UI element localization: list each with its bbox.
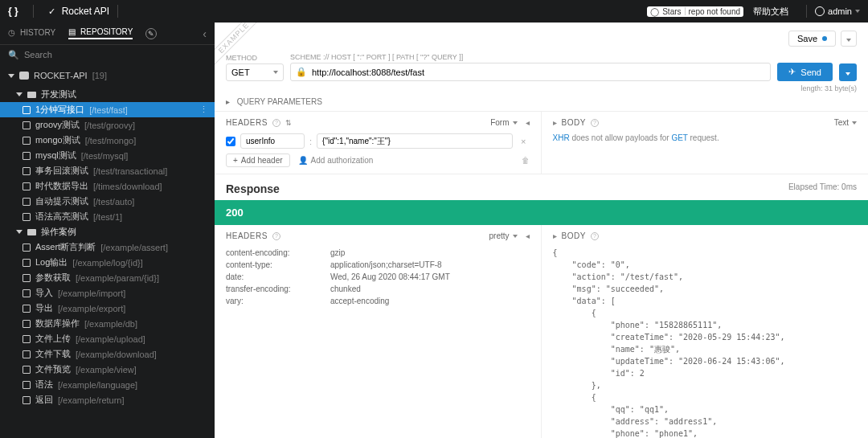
request-body-panel: ▸ BODY ? Text XHR does not allow payload…	[542, 112, 869, 174]
tree-item[interactable]: mongo测试 [/test/mongo]	[0, 133, 215, 148]
item-name: 事务回滚测试	[35, 165, 88, 177]
tree-item[interactable]: 返回 [/example/return]	[0, 392, 215, 407]
file-icon	[23, 137, 31, 145]
info-icon[interactable]: ?	[591, 232, 599, 240]
file-icon	[23, 366, 31, 374]
save-dropdown-button[interactable]	[841, 31, 857, 47]
response-header-row: content-type:application/json;charset=UT…	[226, 259, 530, 271]
tree-folder[interactable]: 操作案例	[0, 224, 215, 239]
tab-history[interactable]: ◷ HISTORY	[8, 28, 55, 39]
tree-item[interactable]: 时代数据导出 [/times/download]	[0, 178, 215, 194]
gh-stars-label: Stars	[662, 7, 681, 16]
help-docs-link[interactable]: 帮助文档	[753, 6, 788, 18]
tree-folder[interactable]: 开发测试	[0, 87, 215, 102]
menu-icon[interactable]: ⋮	[199, 104, 208, 115]
item-path: [/example/assert]	[100, 243, 168, 252]
tree-item[interactable]: 导入 [/example/import]	[0, 285, 215, 301]
header-value: application/json;charset=UTF-8	[330, 259, 442, 271]
sidebar: ◷ HISTORY ▤ REPOSITORY ✎ ‹ 🔍 Search ROCK…	[0, 23, 215, 438]
tree-item[interactable]: 文件预览 [/example/view]	[0, 362, 215, 377]
response-body-panel: ▸ BODY ? { "code": "0", "action": "/test…	[542, 225, 869, 438]
trash-icon[interactable]: 🗑	[522, 156, 530, 165]
tree-item[interactable]: 自动提示测试 [/test/auto]	[0, 194, 215, 209]
item-name: 导出	[35, 302, 53, 314]
tree-item[interactable]: 语法高亮测试 [/test/1]	[0, 209, 215, 224]
text-mode-select[interactable]: Text	[834, 118, 849, 127]
length-info: length: 31 byte(s)	[215, 84, 868, 92]
item-name: 数据库操作	[35, 317, 80, 330]
sort-icon[interactable]: ⇅	[285, 119, 292, 127]
expand-right-icon[interactable]: ▸	[553, 118, 557, 127]
info-icon[interactable]: ?	[591, 119, 599, 127]
info-icon[interactable]: ?	[272, 232, 280, 240]
tree-item[interactable]: Log输出 [/example/log/{id}]	[0, 255, 215, 270]
file-icon	[23, 213, 31, 221]
tree-item[interactable]: 1分钟写接口 [/test/fast]⋮	[0, 102, 215, 117]
item-path: [/test/1]	[93, 212, 122, 222]
add-authorization-button[interactable]: 👤 Add authorization	[298, 156, 374, 165]
status-code: 200	[215, 200, 868, 225]
tree-item[interactable]: 导出 [/example/export]	[0, 301, 215, 316]
header-key-input[interactable]	[240, 133, 305, 149]
tree-item[interactable]: mysql测试 [/test/mysql]	[0, 148, 215, 163]
query-params-toggle[interactable]: ▸ QUERY PARAMETERS	[215, 92, 868, 111]
header-value-input[interactable]	[317, 133, 513, 149]
sidebar-search[interactable]: 🔍 Search	[0, 45, 215, 64]
tree-item[interactable]: 数据库操作 [/example/db]	[0, 316, 215, 331]
tree: 开发测试1分钟写接口 [/test/fast]⋮groovy测试 [/test/…	[0, 87, 215, 438]
item-name: 时代数据导出	[35, 180, 88, 192]
item-path: [/example/view]	[76, 365, 137, 375]
expand-right-icon[interactable]: ▸	[553, 231, 557, 240]
pretty-select[interactable]: pretty	[489, 231, 509, 240]
header-enabled-checkbox[interactable]	[226, 137, 235, 146]
project-root[interactable]: ROCKET-API [19]	[0, 64, 215, 87]
header-value: accept-encoding	[330, 295, 389, 307]
tab-repository[interactable]: ▤ REPOSITORY	[68, 27, 133, 39]
header-key: vary:	[226, 295, 330, 307]
item-name: 自动提示测试	[35, 195, 88, 207]
user-menu[interactable]: admin	[815, 6, 860, 16]
save-button[interactable]: Save	[788, 31, 836, 47]
add-header-button[interactable]: + Add header	[226, 154, 290, 167]
folder-label: 操作案例	[41, 226, 76, 238]
github-icon: ◯	[650, 7, 659, 16]
form-mode-select[interactable]: Form	[490, 118, 509, 127]
collapse-sidebar-icon[interactable]: ‹	[203, 27, 207, 40]
tree-item[interactable]: Assert断言判断 [/example/assert]	[0, 239, 215, 255]
project-name: ROCKET-API	[34, 71, 88, 80]
tree-item[interactable]: 文件上传 [/example/upload]	[0, 331, 215, 346]
add-doc-icon[interactable]: ✎	[145, 28, 157, 39]
send-dropdown-button[interactable]	[839, 63, 857, 81]
item-path: [/example/param/{id}]	[76, 273, 159, 283]
elapsed-time: Elapsed Time: 0ms	[788, 182, 857, 195]
github-badge[interactable]: ◯ Stars repo not found	[647, 6, 743, 17]
chevron-down-icon	[513, 121, 518, 125]
send-button[interactable]: ✈ Send	[777, 63, 833, 81]
header-row: : ×	[226, 133, 530, 149]
response-headers-label: HEADERS	[226, 231, 268, 240]
remove-header-icon[interactable]: ×	[518, 137, 529, 146]
search-placeholder: Search	[24, 50, 52, 59]
tree-item[interactable]: 事务回滚测试 [/test/transactional]	[0, 163, 215, 178]
file-icon	[23, 381, 31, 389]
info-icon[interactable]: ?	[272, 119, 280, 127]
file-icon	[23, 335, 31, 343]
folder-label: 开发测试	[41, 88, 76, 100]
file-icon	[23, 198, 31, 206]
tree-item[interactable]: 文件下载 [/example/download]	[0, 346, 215, 362]
response-headers-table: content-encoding:gzipcontent-type:applic…	[226, 247, 530, 307]
request-headers-panel: HEADERS ? ⇅ Form ◂ : ×	[215, 112, 542, 174]
tree-item[interactable]: 参数获取 [/example/param/{id}]	[0, 270, 215, 285]
tree-item[interactable]: 语法 [/example/language]	[0, 377, 215, 392]
response-header-row: transfer-encoding:chunked	[226, 283, 530, 295]
scheme-label: SCHEME :// HOST [ ":" PORT ] [ PATH [ "?…	[290, 53, 771, 61]
person-icon: 👤	[298, 156, 308, 165]
collapse-left-icon[interactable]: ◂	[526, 118, 530, 127]
plus-icon: +	[233, 156, 238, 165]
method-select[interactable]: GET	[226, 63, 284, 81]
response-title: Response	[226, 182, 280, 195]
url-input[interactable]: 🔒 http://localhost:8088/test/fast	[290, 63, 771, 81]
tree-item[interactable]: groovy测试 [/test/groovy]	[0, 117, 215, 133]
user-label: admin	[828, 6, 852, 16]
collapse-left-icon[interactable]: ◂	[526, 231, 530, 240]
